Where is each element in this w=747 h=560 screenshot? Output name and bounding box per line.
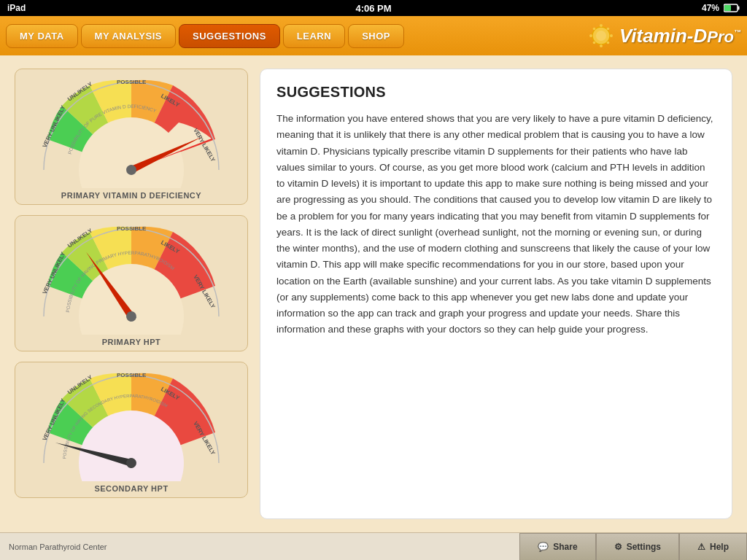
share-label: Share — [553, 542, 577, 552]
svg-rect-2 — [724, 5, 731, 11]
svg-text:POSSIBLE: POSSIBLE — [117, 79, 147, 85]
gauge-secondary-hpt-svg: VERY UNLIKELY UNLIKELY POSSIBLE LIKELY V… — [23, 368, 240, 481]
main-content: VERY UNLIKELY UNLIKELY POSSIBLE LIKELY V… — [0, 55, 747, 532]
app-logo: Vitamin-DPro™ — [587, 22, 741, 50]
gauge-primary-vit-d-svg: VERY UNLIKELY UNLIKELY POSSIBLE LIKELY V… — [23, 75, 240, 188]
gauge-primary-hpt: VERY UNLIKELY UNLIKELY POSSIBLE LIKELY V… — [15, 215, 248, 351]
tab-suggestions[interactable]: SUGGESTIONS — [179, 24, 280, 48]
share-icon: 💬 — [538, 542, 549, 552]
suggestions-body: The information you have entered shows t… — [276, 111, 716, 338]
svg-point-9 — [607, 28, 610, 31]
share-button[interactable]: 💬 Share — [519, 533, 595, 561]
gauge-primary-vit-d: VERY UNLIKELY UNLIKELY POSSIBLE LIKELY V… — [15, 69, 248, 205]
gauge-primary-hpt-svg: VERY UNLIKELY UNLIKELY POSSIBLE LIKELY V… — [23, 222, 240, 335]
help-button[interactable]: ⚠ Help — [679, 533, 747, 561]
help-label: Help — [710, 542, 729, 552]
svg-point-5 — [600, 24, 603, 27]
gauge-primary-vit-d-label: PRIMARY VITAMIN D DEFICIENCY — [23, 191, 240, 200]
suggestions-title: SUGGESTIONS — [276, 84, 716, 101]
settings-icon: ⚙ — [614, 542, 622, 552]
status-bar: iPad 4:06 PM 47% — [0, 0, 747, 16]
gauge-secondary-hpt-label: SECONDARY HPT — [23, 484, 240, 493]
svg-rect-1 — [738, 7, 740, 10]
battery-label: 47% — [702, 3, 719, 13]
svg-point-11 — [607, 42, 610, 44]
bottom-bar: Norman Parathyroid Center 💬 Share ⚙ Sett… — [0, 532, 747, 560]
svg-point-6 — [610, 34, 613, 37]
status-right: 47% — [702, 3, 740, 13]
suggestions-panel: SUGGESTIONS The information you have ent… — [260, 69, 732, 519]
bottom-actions: 💬 Share ⚙ Settings ⚠ Help — [519, 533, 747, 561]
svg-text:POSSIBLE: POSSIBLE — [117, 225, 147, 232]
tab-my-data[interactable]: MY DATA — [6, 24, 78, 48]
svg-point-10 — [593, 28, 596, 31]
logo-text: Vitamin-DPro™ — [619, 25, 741, 47]
carrier-label: iPad — [7, 3, 26, 13]
svg-text:POSSIBLE: POSSIBLE — [117, 372, 147, 378]
battery-icon — [724, 4, 740, 12]
gauge-primary-hpt-label: PRIMARY HPT — [23, 338, 240, 346]
svg-point-4 — [596, 31, 606, 41]
gauge-secondary-hpt: VERY UNLIKELY UNLIKELY POSSIBLE LIKELY V… — [15, 362, 248, 498]
svg-point-7 — [600, 44, 603, 47]
time-label: 4:06 PM — [355, 3, 391, 14]
brand-label: Norman Parathyroid Center — [0, 542, 519, 551]
svg-point-12 — [593, 42, 596, 44]
nav-bar: MY DATA MY ANALYSIS SUGGESTIONS LEARN SH… — [0, 16, 747, 55]
gauges-panel: VERY UNLIKELY UNLIKELY POSSIBLE LIKELY V… — [15, 69, 248, 519]
svg-point-8 — [589, 34, 592, 37]
settings-label: Settings — [627, 542, 661, 552]
settings-button[interactable]: ⚙ Settings — [596, 533, 679, 561]
tab-my-analysis[interactable]: MY ANALYSIS — [81, 24, 176, 48]
tab-learn[interactable]: LEARN — [283, 24, 345, 48]
help-icon: ⚠ — [697, 542, 705, 552]
tab-shop[interactable]: SHOP — [348, 24, 404, 48]
logo-sun-icon — [587, 22, 615, 50]
